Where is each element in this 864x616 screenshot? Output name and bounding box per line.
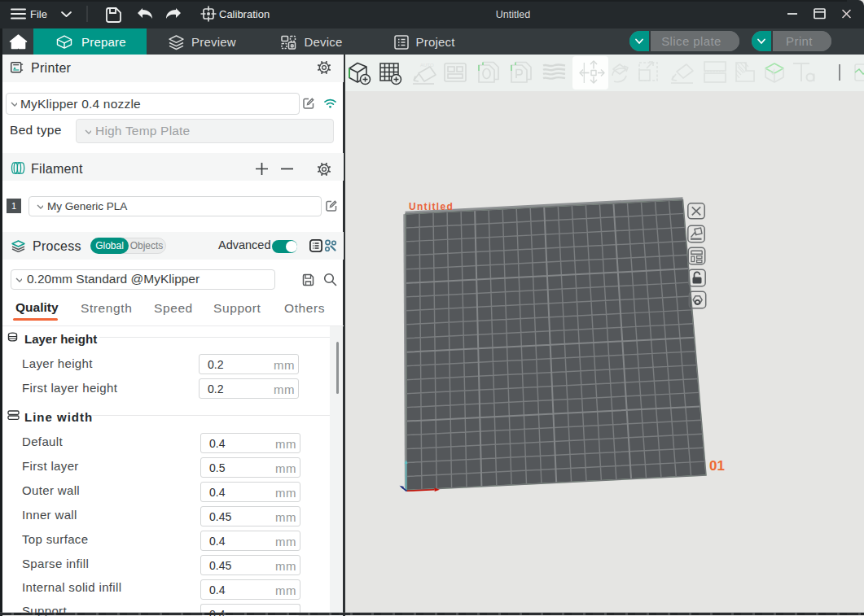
svg-text:Untitled: Untitled	[409, 201, 454, 212]
svg-text:Preview: Preview	[191, 35, 236, 49]
svg-text:Device: Device	[305, 35, 343, 49]
svg-text:Project: Project	[416, 35, 456, 49]
svg-text:Prepare: Prepare	[81, 35, 126, 49]
svg-text:AUTO: AUTO	[420, 63, 434, 68]
svg-text:File: File	[30, 8, 47, 20]
svg-text:01: 01	[709, 458, 725, 474]
svg-text:Untitled: Untitled	[496, 9, 530, 20]
svg-text:Calibration: Calibration	[219, 8, 270, 20]
